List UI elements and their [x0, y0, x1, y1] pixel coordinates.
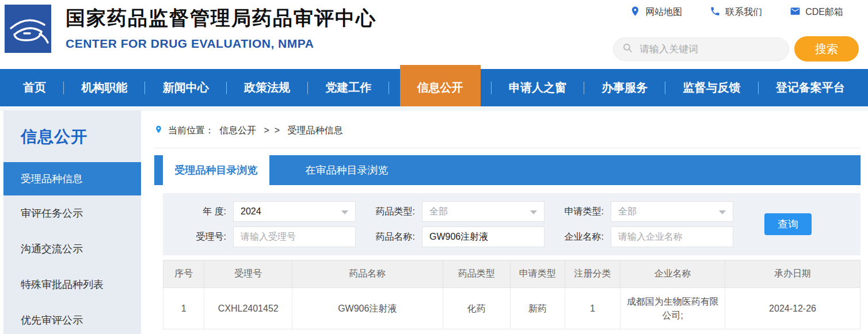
- cell-acceptance-no: CXHL2401452: [204, 288, 292, 329]
- apply-type-select-value: 全部: [618, 206, 637, 218]
- cell-drug-name: GW906注射液: [292, 288, 443, 329]
- envelope-icon: [790, 6, 801, 19]
- contact-link-label: 联系我们: [725, 6, 762, 18]
- drug-name-input[interactable]: [422, 226, 545, 247]
- breadcrumb-pin-icon: [154, 124, 163, 137]
- nav-separator: [307, 82, 308, 94]
- filter-panel: 年 度: 2024 药品类型: 全部 申请类型: 全部: [163, 193, 861, 255]
- nav-item-policy[interactable]: 政策法规: [237, 69, 297, 106]
- nav-item-registration-platform[interactable]: 登记备案平台: [769, 69, 852, 106]
- keyword-search-input[interactable]: [639, 44, 772, 55]
- nav-separator: [584, 82, 584, 94]
- site-header: 国家药品监督管理局药品审评中心 CENTER FOR DRUG EVALUATI…: [0, 0, 868, 69]
- breadcrumb-label: 当前位置：: [168, 125, 214, 137]
- nav-item-supervision[interactable]: 监督与反馈: [676, 69, 748, 106]
- sidebar-item-special-approval[interactable]: 特殊审批品种列表: [3, 267, 141, 302]
- cde-logo[interactable]: [5, 5, 51, 53]
- col-drug-name: 药品名称: [292, 260, 443, 288]
- col-drug-type: 药品类型: [443, 260, 510, 288]
- swan-logo-icon: [5, 45, 51, 55]
- filter-row-2: 受理号: 药品名称: 企业名称:: [177, 226, 861, 247]
- tab-under-review-catalog[interactable]: 在审品种目录浏览: [294, 155, 400, 185]
- table-row: 1 CXHL2401452 GW906注射液 化药 新药 1 成都国为生物医药有…: [163, 288, 861, 329]
- location-pin-icon: [630, 6, 641, 19]
- nav-separator: [226, 82, 227, 94]
- cde-mail-link[interactable]: CDE邮箱: [790, 6, 843, 19]
- sidebar-item-review-tasks[interactable]: 审评任务公示: [3, 195, 141, 231]
- drug-name-label: 药品名称:: [366, 231, 415, 243]
- col-date: 承办日期: [725, 260, 861, 288]
- sitemap-link-label: 网站地图: [645, 6, 682, 18]
- sidebar-item-accepted-varieties[interactable]: 受理品种信息: [3, 162, 141, 195]
- phone-icon: [710, 6, 721, 19]
- company-label: 企业名称:: [555, 231, 604, 243]
- acceptance-no-filter: 受理号:: [177, 226, 356, 247]
- contact-link[interactable]: 联系我们: [710, 6, 762, 19]
- sidebar-item-priority-review[interactable]: 优先审评公示: [3, 302, 141, 334]
- nav-separator: [389, 82, 389, 94]
- nav-item-party[interactable]: 党建工作: [318, 69, 378, 106]
- cell-seq: 1: [163, 288, 204, 329]
- nav-item-home[interactable]: 首页: [16, 69, 53, 106]
- apply-type-label: 申请类型:: [555, 206, 604, 218]
- drug-type-select[interactable]: 全部: [422, 201, 545, 222]
- sitemap-link[interactable]: 网站地图: [630, 6, 682, 19]
- chevron-down-icon: [719, 210, 726, 214]
- drug-name-filter: 药品名称:: [366, 226, 545, 247]
- breadcrumb-current[interactable]: 受理品种信息: [287, 125, 342, 137]
- company-filter: 企业名称:: [555, 226, 733, 247]
- search-area: 搜索: [613, 36, 859, 62]
- nav-item-news[interactable]: 新闻中心: [156, 69, 216, 106]
- sidebar-title: 信息公开: [3, 110, 141, 148]
- company-input[interactable]: [611, 226, 733, 247]
- acceptance-no-label: 受理号:: [177, 231, 226, 243]
- year-select-value: 2024: [241, 206, 261, 217]
- nav-item-services[interactable]: 办事服务: [595, 69, 654, 106]
- acceptance-no-input[interactable]: [233, 226, 356, 247]
- col-acceptance-no: 受理号: [204, 260, 292, 288]
- chevron-down-icon: [530, 210, 537, 214]
- catalog-tabs: 受理品种目录浏览 在审品种目录浏览: [154, 155, 861, 185]
- col-company: 企业名称: [620, 260, 725, 288]
- site-title-block: 国家药品监督管理局药品审评中心 CENTER FOR DRUG EVALUATI…: [66, 5, 376, 51]
- cell-company: 成都国为生物医药有限公司;: [620, 288, 725, 329]
- breadcrumb-link-info-disclosure[interactable]: 信息公开: [219, 125, 256, 137]
- year-filter: 年 度: 2024: [177, 201, 356, 222]
- results-table: 序号 受理号 药品名称 药品类型 申请类型 注册分类 企业名称 承办日期 1 C…: [163, 260, 861, 329]
- year-select[interactable]: 2024: [233, 201, 356, 222]
- tab-accepted-catalog[interactable]: 受理品种目录浏览: [163, 155, 269, 185]
- apply-type-filter: 申请类型: 全部: [555, 201, 733, 222]
- nav-item-info-disclosure[interactable]: 信息公开: [400, 65, 481, 106]
- col-seq: 序号: [163, 260, 204, 288]
- cell-drug-type: 化药: [443, 288, 510, 329]
- drug-type-select-value: 全部: [429, 206, 448, 218]
- cell-apply-type: 新药: [511, 288, 565, 329]
- nav-separator: [665, 82, 665, 94]
- site-subtitle: CENTER FOR DRUG EVALUATION, NMPA: [66, 37, 376, 51]
- search-button[interactable]: 搜索: [794, 36, 859, 62]
- col-reg-class: 注册分类: [565, 260, 620, 288]
- cell-reg-class: 1: [565, 288, 620, 329]
- table-header-row: 序号 受理号 药品名称 药品类型 申请类型 注册分类 企业名称 承办日期: [163, 260, 861, 288]
- drug-type-label: 药品类型:: [366, 206, 415, 218]
- drug-type-filter: 药品类型: 全部: [366, 201, 545, 222]
- sidebar: 信息公开 受理品种信息 审评任务公示 沟通交流公示 特殊审批品种列表 优先审评公…: [3, 110, 141, 334]
- search-icon: [622, 43, 634, 56]
- results-table-wrap: 序号 受理号 药品名称 药品类型 申请类型 注册分类 企业名称 承办日期 1 C…: [163, 260, 861, 329]
- nav-separator: [491, 82, 492, 94]
- cde-mail-link-label: CDE邮箱: [805, 6, 843, 18]
- year-label: 年 度:: [177, 206, 226, 218]
- nav-item-applicant-window[interactable]: 申请人之窗: [502, 69, 573, 106]
- nav-separator: [144, 82, 145, 94]
- cell-date: 2024-12-26: [725, 288, 861, 329]
- sidebar-item-communication[interactable]: 沟通交流公示: [3, 231, 141, 267]
- apply-type-select[interactable]: 全部: [611, 201, 733, 222]
- nav-item-functions[interactable]: 机构职能: [74, 69, 134, 106]
- main-content: 当前位置：信息公开 > > 受理品种信息 受理品种目录浏览 在审品种目录浏览 年…: [154, 110, 861, 329]
- query-button[interactable]: 查询: [764, 213, 812, 235]
- filter-row-1: 年 度: 2024 药品类型: 全部 申请类型: 全部: [177, 201, 861, 222]
- nav-separator: [758, 82, 759, 94]
- col-apply-type: 申请类型: [511, 260, 565, 288]
- chevron-down-icon: [341, 210, 348, 214]
- breadcrumb: 当前位置：信息公开 > > 受理品种信息: [154, 110, 861, 148]
